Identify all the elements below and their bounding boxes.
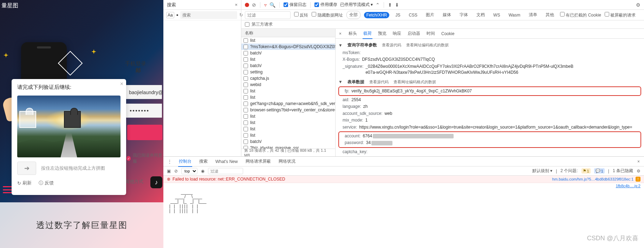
tab-whats-new[interactable]: What's New	[215, 157, 239, 166]
kebab-icon[interactable]: ⋮	[168, 159, 172, 164]
filter-font[interactable]: 字体	[457, 11, 470, 19]
invert-checkbox[interactable]: 反转	[294, 12, 308, 18]
request-row[interactable]: setting	[241, 69, 335, 75]
filter-input[interactable]	[245, 11, 291, 19]
filter-wasm[interactable]: Wasm	[506, 12, 523, 18]
wifi-icon[interactable]: ⌃	[376, 2, 380, 8]
request-row[interactable]: batch/	[241, 63, 335, 69]
throttle-select[interactable]: 已停用节流模式 ▾	[340, 2, 373, 8]
context-selector[interactable]: top	[181, 168, 197, 174]
form-data-section[interactable]: ▼ 表单数据 查看源代码 查看网址编码格式的数据	[338, 79, 641, 85]
search-input[interactable]	[180, 11, 237, 19]
row-checkbox[interactable]	[243, 114, 248, 119]
third-party-checkbox[interactable]	[245, 22, 249, 27]
row-checkbox[interactable]	[243, 45, 248, 49]
row-checkbox[interactable]	[243, 102, 248, 106]
request-row[interactable]: batch/	[241, 138, 335, 145]
tab-request-blocking[interactable]: 网络请求屏蔽	[245, 157, 272, 166]
row-checkbox[interactable]	[243, 76, 248, 81]
error-source-link[interactable]: hm.baidu.com/hm.js?5…4bd8db63329f818ec:1…	[552, 177, 640, 182]
upload-icon[interactable]: ⬆	[388, 2, 392, 8]
request-row[interactable]: webid	[241, 81, 335, 88]
tab-initiator[interactable]: 启动器	[407, 29, 421, 38]
log-levels[interactable]: 默认级别 ▾	[532, 168, 552, 174]
issue-badge-warning[interactable]: ⚑ 1	[581, 168, 591, 174]
row-checkbox[interactable]	[243, 64, 248, 68]
filter-all[interactable]: 全部	[346, 11, 360, 19]
tab-email-login[interactable]: 邮	[136, 67, 141, 73]
view-url-encoded-link[interactable]: 查看网址编码格式的数据	[406, 43, 449, 48]
filter-img[interactable]: 图片	[423, 11, 437, 19]
close-icon[interactable]: ×	[637, 159, 640, 164]
row-checkbox[interactable]	[243, 139, 248, 144]
tab-network-conditions[interactable]: 网络状况	[278, 157, 296, 166]
request-row[interactable]: list	[241, 132, 335, 138]
regex-toggle[interactable]: ▪	[176, 12, 178, 18]
filter-icon[interactable]: ▿	[264, 2, 267, 8]
row-checkbox[interactable]	[243, 57, 248, 62]
filter-fetch-xhr[interactable]: Fetch/XHR	[364, 12, 390, 18]
request-row[interactable]: list	[241, 126, 335, 132]
email-field[interactable]: baojielaundry@12	[125, 85, 162, 99]
request-row[interactable]: ?msToken=&X-Bogus=DFSzsdVLQDGX3IZ0SDC...	[241, 44, 335, 50]
row-checkbox[interactable]	[243, 127, 248, 131]
tab-headers[interactable]: 标头	[348, 29, 358, 38]
match-case-toggle[interactable]: Aa	[166, 12, 174, 18]
feedback-button[interactable]: ⓘ反馈	[39, 180, 54, 186]
request-row[interactable]: list	[241, 119, 335, 126]
filter-other[interactable]: 其他	[543, 11, 557, 19]
request-row[interactable]: list	[241, 37, 335, 44]
row-checkbox[interactable]	[243, 38, 248, 43]
gear-icon[interactable]: ⚙	[637, 169, 640, 174]
blocked-requests-checkbox[interactable]: 被屏蔽的请求	[605, 12, 636, 18]
tab-timing[interactable]: 时间	[426, 29, 436, 38]
slider-handle[interactable]: ➔	[17, 162, 36, 175]
tab-cookies[interactable]: Cookie	[441, 30, 455, 38]
request-row[interactable]: get?lang=zh&app_name=acweb&h5_sdk_versio…	[241, 100, 335, 107]
row-checkbox[interactable]	[243, 108, 248, 112]
view-source-link[interactable]: 查看源代码	[382, 43, 401, 48]
row-checkbox[interactable]	[243, 83, 248, 87]
filter-js[interactable]: JS	[393, 12, 403, 18]
request-row[interactable]: list	[241, 88, 335, 94]
query-string-section[interactable]: ▼ 查询字符串参数 查看源代码 查看网址编码格式的数据	[338, 42, 641, 48]
password-field[interactable]: ●●●●●●●	[125, 104, 162, 118]
row-checkbox[interactable]	[243, 120, 248, 125]
row-checkbox[interactable]	[243, 51, 248, 56]
search-icon[interactable]: 🔍	[269, 2, 275, 8]
row-checkbox[interactable]	[243, 95, 248, 100]
tab-search[interactable]: 搜索	[199, 157, 208, 166]
close-icon[interactable]: ×	[339, 31, 341, 36]
filter-ws[interactable]: WS	[491, 12, 502, 18]
row-checkbox[interactable]	[243, 70, 248, 74]
view-source-link[interactable]: 查看源代码	[369, 79, 389, 85]
blocked-cookies-checkbox[interactable]: 有已拦截的 Cookie	[560, 12, 601, 18]
tab-phone-login[interactable]: 手机登录	[125, 60, 146, 66]
filter-media[interactable]: 媒体	[440, 11, 454, 19]
hide-data-urls-checkbox[interactable]: 隐藏数据网址	[312, 12, 343, 18]
tab-preview[interactable]: 预览	[377, 29, 387, 38]
request-row[interactable]: list	[241, 113, 335, 119]
login-button[interactable]	[127, 125, 162, 140]
console-error-line[interactable]: ⊗ Failed to load resource: net::ERR_CONN…	[163, 176, 644, 183]
tab-response[interactable]: 响应	[392, 29, 402, 38]
row-checkbox[interactable]	[243, 133, 248, 138]
filter-css[interactable]: CSS	[406, 12, 420, 18]
hidden-count[interactable]: 1 条已隐藏	[613, 168, 633, 174]
tab-console[interactable]: 控制台	[178, 157, 192, 167]
download-icon[interactable]: ⬇	[395, 2, 399, 8]
source-link[interactable]: 1fb8c4b….js:2	[616, 184, 640, 188]
close-icon[interactable]: ×	[120, 81, 123, 87]
name-column-header[interactable]: 名称	[241, 29, 335, 37]
tab-payload[interactable]: 载荷	[363, 29, 372, 39]
request-row[interactable]: captcha.js	[241, 75, 335, 81]
douyin-login-button[interactable]: ♪	[150, 176, 162, 188]
agreement-row[interactable]: ✓ 我已阅读并同意 服	[126, 152, 163, 164]
refresh-button[interactable]: ↻刷新	[17, 180, 32, 186]
issue-badge-info[interactable]: 💬 1	[594, 168, 605, 174]
record-icon[interactable]	[245, 3, 249, 7]
sidebar-toggle-icon[interactable]: ▣	[167, 169, 171, 174]
close-icon[interactable]: ×	[235, 2, 238, 7]
puzzle-piece[interactable]	[64, 111, 81, 128]
clear-console-icon[interactable]: ⊘	[174, 169, 178, 174]
